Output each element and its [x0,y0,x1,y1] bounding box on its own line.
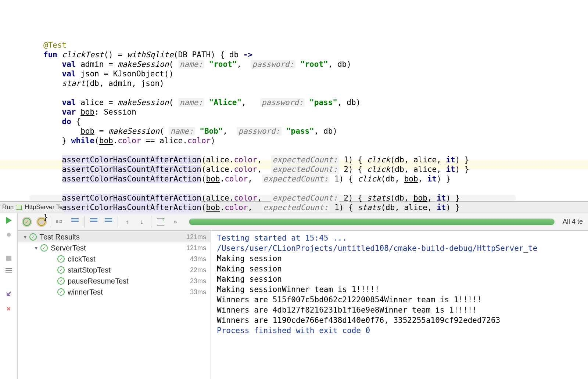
rerun-failed-icon[interactable] [6,231,12,238]
pass-icon: ✓ [57,288,65,296]
console-line: Making session [217,254,282,263]
pass-icon: ✓ [57,255,65,263]
test-row[interactable]: ✓ clickTest 43ms [18,253,211,264]
run-gutter: × [0,213,18,379]
run-config-icon [16,205,22,210]
pass-icon: ✓ [57,266,65,274]
test-row[interactable]: ✓ winnerTest 33ms [18,286,211,298]
console-line: Making session [217,264,282,273]
pass-icon: ✓ [29,233,37,241]
code-content: @Test fun clickTest() = withSqlite(DB_PA… [43,31,588,231]
console-output[interactable]: Testing started at 15:45 ... /Users/user… [211,231,588,379]
test-row[interactable]: ✓ startStopTest 22ms [18,264,211,275]
annotation: @Test [43,41,67,50]
test-row[interactable]: ✓ pauseResumeTest 23ms [18,275,211,286]
console-line: Making session [217,275,282,284]
console-line: Process finished with exit code 0 [217,326,370,335]
rerun-icon[interactable] [6,217,12,224]
pin-icon[interactable] [4,290,13,298]
pass-icon: ✓ [57,277,65,285]
show-passed-button[interactable]: ✓ [21,216,32,227]
chevron-down-icon[interactable]: ▼ [23,234,28,240]
close-icon[interactable]: × [6,304,11,313]
code-editor[interactable]: @Test fun clickTest() = withSqlite(DB_PA… [0,0,588,201]
console-line: Winners are 1190cde766ef438d140e0f76, 33… [217,316,500,325]
stop-icon[interactable] [6,256,11,261]
layout-icon[interactable] [6,268,12,273]
console-line: Making sessionWinner team is 1!!!!! [217,285,380,294]
chevron-down-icon[interactable]: ▼ [34,245,39,251]
console-line: Winners are 4db127f8216231b1f16e9e8Winne… [217,306,477,314]
tool-window-title: Run [2,203,14,211]
test-tree[interactable]: ▼ ✓ Test Results 121ms ▼ ✓ ServerTest 12… [18,231,211,379]
console-line: Winners are 515f007c5bd062c212200854Winn… [217,295,482,304]
